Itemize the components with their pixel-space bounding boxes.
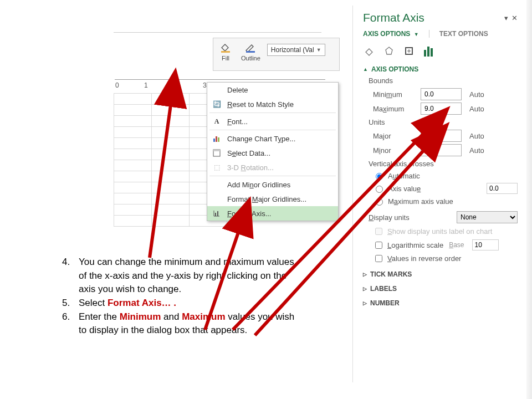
tick-1: 1 [144,81,148,89]
section-tick-marks[interactable]: ▷TICK MARKS [363,270,518,278]
context-menu: Delete 🔄 Reset to Match Style A Font... … [207,82,339,221]
subhead-units: Units [369,118,518,126]
mini-toolbar: Fill Outline Horizontal (Val ▼ [213,38,340,71]
section-axis-options[interactable]: ▲AXIS OPTIONS [363,65,518,73]
instructions: 4.You can change the minimum and maximum… [62,255,339,337]
pen-icon [244,42,257,54]
maximum-input[interactable] [421,103,462,115]
tab-axis-options[interactable]: AXIS OPTIONS ▼ [363,30,419,38]
section-labels[interactable]: ▷LABELS [363,285,518,293]
display-units-label: Display units [369,213,410,222]
svg-rect-7 [215,213,216,216]
svg-rect-1 [246,51,255,53]
pane-options-caret-icon[interactable]: ▾ [504,14,508,22]
format-axis-icon [212,208,222,218]
instruction-4: You can change the minimum and maximum v… [79,255,295,296]
ctx-font[interactable]: A Font... [207,114,338,129]
ctx-reset-style[interactable]: 🔄 Reset to Match Style [207,97,338,111]
minor-unit-label: Minor [373,146,421,155]
section-number[interactable]: ▷NUMBER [363,299,518,307]
minor-unit-input[interactable] [421,144,462,156]
chk-show-units-label [375,228,382,235]
x-axis-line[interactable] [115,79,325,80]
subhead-bounds: Bounds [369,76,518,85]
outline-button[interactable]: Outline [239,40,263,63]
svg-rect-6 [213,150,220,151]
format-axis-pane: Format Axis ▾ ✕ AXIS OPTIONS ▼ TEXT OPTI… [352,6,525,382]
ctx-delete[interactable]: Delete [207,83,338,97]
font-icon: A [212,116,222,126]
svg-rect-12 [424,50,426,57]
svg-rect-14 [431,48,433,57]
svg-rect-13 [427,47,429,57]
delete-icon [212,85,222,95]
minor-auto-button[interactable]: Auto [469,146,484,155]
tick-3: 3 [203,81,207,89]
ctx-format-major-gridlines[interactable]: Format Major Gridlines... [207,192,338,206]
maximum-auto-button[interactable]: Auto [469,105,484,113]
ctx-select-data[interactable]: Select Data... [207,146,338,160]
svg-marker-9 [386,47,392,54]
subhead-vertical-crosses: Vertical axis crosses [369,160,518,168]
size-properties-icon[interactable] [403,44,415,57]
tick-0: 0 [115,81,119,89]
fill-line-icon[interactable] [363,44,375,57]
fill-bucket-icon [219,42,232,54]
fill-label: Fill [222,55,229,62]
ctx-format-axis[interactable]: Format Axis... [207,206,338,221]
pane-close-icon[interactable]: ✕ [511,14,518,22]
svg-rect-3 [216,136,217,142]
radio-max-axis-value[interactable] [376,198,383,206]
pane-title-text: Format Axis [363,11,424,24]
rotation-icon: ⬚ [212,162,222,172]
select-data-icon [212,148,222,158]
effects-icon[interactable] [383,44,395,57]
chk-log-scale[interactable] [375,242,382,249]
instruction-6: Enter the Minimum and Maximum values you… [79,310,295,337]
right-edge-strip [526,0,532,399]
fill-button[interactable]: Fill [217,40,234,63]
tick-2: 2 [173,81,177,89]
outline-label: Outline [241,55,260,62]
svg-rect-4 [218,137,219,142]
maximum-label: Maximum [373,105,421,113]
ctx-change-chart-type[interactable]: Change Chart Type... [207,131,338,146]
axis-value-input[interactable] [487,183,518,194]
major-auto-button[interactable]: Auto [469,132,484,140]
major-unit-label: Major [373,132,421,140]
ctx-add-minor-gridlines[interactable]: Add Minor Gridlines [207,177,338,192]
chart-element-dropdown[interactable]: Horizontal (Val ▼ [267,44,325,56]
chk-reverse-order[interactable] [375,255,382,262]
major-unit-input[interactable] [421,130,462,142]
reset-icon: 🔄 [212,99,222,109]
instruction-5: Select Format Axis… . [79,296,295,310]
minimum-input[interactable] [421,88,462,100]
svg-rect-0 [221,51,230,53]
ctx-3d-rotation: ⬚ 3-D Rotation... [207,160,338,175]
dropdown-value: Horizontal (Val [271,46,314,54]
log-base-input[interactable] [472,239,499,250]
radio-automatic[interactable] [376,173,383,180]
chevron-down-icon: ▼ [316,47,321,53]
display-units-select[interactable]: None [457,211,518,223]
axis-options-icon[interactable] [423,44,435,57]
tab-text-options[interactable]: TEXT OPTIONS [439,30,488,38]
svg-rect-8 [217,211,218,216]
minimum-label: Minimum [373,90,421,99]
svg-rect-2 [213,139,215,142]
minimum-auto-button[interactable]: Auto [469,90,484,99]
radio-axis-value[interactable] [376,186,383,193]
chart-type-icon [212,134,222,144]
